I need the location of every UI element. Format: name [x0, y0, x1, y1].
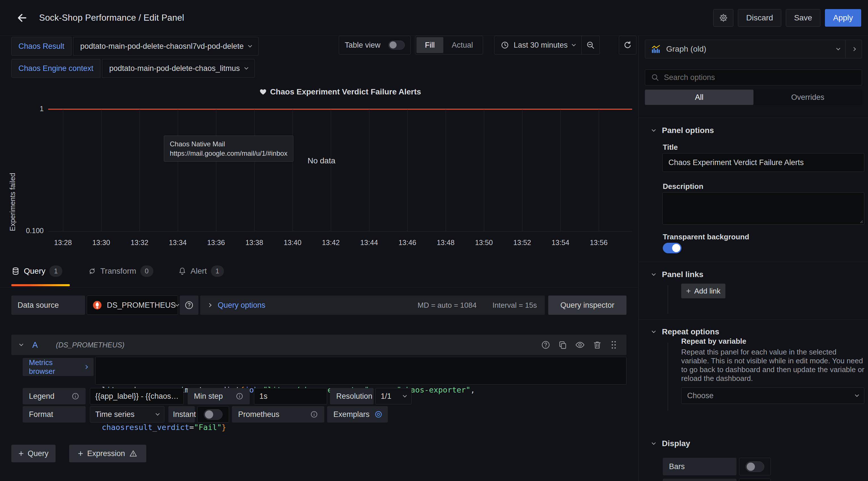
- gridline: [407, 109, 408, 231]
- bars-label-text: Bars: [669, 462, 685, 471]
- help-icon[interactable]: [541, 340, 551, 350]
- panel-options-section-header[interactable]: Panel options: [652, 126, 714, 135]
- chart-title-text: Chaos Experiment Verdict Failure Alerts: [270, 87, 421, 96]
- x-axis-tick: 13:50: [467, 239, 501, 247]
- metrics-browser-button[interactable]: Metrics browser: [23, 358, 94, 376]
- search-options-input[interactable]: [664, 73, 856, 82]
- toggle-knob: [205, 410, 213, 419]
- page-title: Sock-Shop Performance / Edit Panel: [39, 13, 184, 23]
- panel-title-value[interactable]: [669, 158, 858, 167]
- x-axis-tick: 13:52: [505, 239, 539, 247]
- format-select[interactable]: Time series: [90, 406, 164, 423]
- prometheus-type-text: Prometheus: [238, 410, 280, 419]
- bars-toggle[interactable]: [746, 461, 764, 472]
- bars-option-label: Bars: [663, 458, 737, 475]
- tab-count-badge: 1: [211, 266, 224, 277]
- query-row-header[interactable]: A (DS_PROMETHEUS): [11, 335, 626, 355]
- plus-icon: +: [19, 449, 24, 458]
- filter-overrides-tab[interactable]: Overrides: [753, 90, 862, 105]
- back-arrow-icon[interactable]: [16, 11, 28, 24]
- min-step-value[interactable]: [259, 392, 322, 401]
- query-row-actions: [541, 340, 618, 350]
- variable-value-dropdown[interactable]: podtato-main-pod-delete-chaos_litmus: [102, 59, 255, 78]
- query-inspector-label: Query inspector: [560, 301, 615, 310]
- save-button[interactable]: Save: [786, 9, 820, 27]
- x-axis-tick: 13:32: [122, 239, 156, 247]
- active-tab-underline: [11, 284, 70, 286]
- add-expression-button[interactable]: + Expression: [69, 445, 146, 462]
- prometheus-icon: [92, 300, 102, 310]
- transparent-bg-toggle[interactable]: [663, 243, 681, 253]
- tab-alert[interactable]: Alert 1: [178, 266, 224, 277]
- tab-label: Query: [24, 267, 45, 276]
- promql-query-editor[interactable]: litmuschaos_experiment_verdict{job="litm…: [95, 357, 626, 385]
- format-value: Time series: [95, 410, 135, 419]
- time-range-picker[interactable]: Last 30 minutes: [494, 36, 581, 54]
- discard-button[interactable]: Discard: [738, 9, 781, 27]
- chevron-down-icon: [652, 272, 656, 276]
- legend-format-input[interactable]: [90, 388, 184, 404]
- promql-token: chaosresult_verdict: [102, 423, 189, 432]
- resize-handle-icon[interactable]: [859, 219, 863, 223]
- toggle-knob: [672, 244, 680, 252]
- gridline: [140, 109, 140, 231]
- panel-description-value[interactable]: [669, 196, 858, 221]
- tab-transform[interactable]: Transform 0: [88, 266, 153, 277]
- datasource-label: Data source: [11, 296, 85, 315]
- actual-option[interactable]: Actual: [443, 37, 482, 53]
- query-ref-datasource: (DS_PROMETHEUS): [56, 341, 124, 349]
- tooltip-link-url[interactable]: https://mail.google.com/mail/u/1/#inbox: [170, 149, 287, 158]
- duplicate-icon[interactable]: [558, 340, 567, 350]
- y-axis-tick-top: 1: [18, 104, 44, 113]
- table-view-toggle[interactable]: [389, 40, 405, 50]
- panel-links-section-header[interactable]: Panel links: [652, 270, 703, 279]
- warning-triangle-icon: [129, 449, 137, 458]
- tab-count-badge: 1: [49, 266, 62, 277]
- divider: [639, 319, 868, 320]
- add-link-button[interactable]: + Add link: [681, 283, 725, 298]
- add-query-button[interactable]: + Query: [11, 445, 56, 462]
- search-options-box[interactable]: [645, 69, 862, 85]
- display-section-header[interactable]: Display: [652, 439, 690, 448]
- chevron-down-icon: [836, 46, 840, 50]
- zoom-out-button[interactable]: [581, 36, 599, 54]
- drag-handle-icon[interactable]: [610, 340, 618, 350]
- visualization-name: Graph (old): [666, 44, 706, 54]
- description-field-label: Description: [663, 182, 703, 191]
- legend-format-value[interactable]: [95, 392, 178, 401]
- database-icon: [11, 267, 20, 275]
- min-step-label-text: Min step: [194, 392, 223, 401]
- resolution-select[interactable]: 1/1: [375, 388, 412, 404]
- variable-value-dropdown[interactable]: podtato-main-pod-delete-chaosnl7vd-pod-d…: [73, 37, 258, 56]
- filter-all-tab[interactable]: All: [645, 90, 753, 105]
- panel-title-input[interactable]: [662, 153, 864, 172]
- editor-tabs: Query 1 Transform 0 Alert 1: [0, 263, 639, 287]
- apply-button[interactable]: Apply: [825, 9, 861, 27]
- tab-label: Transform: [100, 267, 136, 276]
- transparent-bg-label: Transparent background: [663, 233, 749, 241]
- exemplars-eye-icon[interactable]: [374, 410, 383, 419]
- datasource-help-button[interactable]: [180, 296, 198, 315]
- trash-icon[interactable]: [592, 340, 602, 350]
- gridline: [369, 109, 369, 231]
- tab-query[interactable]: Query 1: [11, 266, 62, 277]
- eye-icon[interactable]: [575, 340, 585, 350]
- refresh-button[interactable]: [619, 36, 637, 55]
- repeat-options-section-header[interactable]: Repeat options: [652, 327, 719, 336]
- query-options-bar[interactable]: Query options MD = auto = 1084 Interval …: [200, 296, 545, 315]
- min-step-input[interactable]: [254, 388, 327, 404]
- section-indent-line: [668, 285, 668, 314]
- fill-option[interactable]: Fill: [416, 37, 443, 53]
- visualization-select[interactable]: Graph (old): [645, 44, 845, 54]
- instant-label-text: Instant: [173, 410, 196, 419]
- clipped-option-toggle-box: [739, 479, 771, 481]
- datasource-picker[interactable]: DS_PROMETHEUS: [87, 296, 178, 315]
- panel-description-textarea[interactable]: [662, 192, 864, 224]
- chevron-down-icon: [244, 65, 248, 69]
- gridline: [560, 109, 561, 231]
- collapse-options-button[interactable]: [845, 40, 862, 58]
- repeat-variable-select[interactable]: Choose: [681, 387, 864, 404]
- panel-settings-button[interactable]: [713, 9, 733, 27]
- instant-toggle[interactable]: [204, 409, 222, 420]
- query-inspector-button[interactable]: Query inspector: [548, 296, 626, 315]
